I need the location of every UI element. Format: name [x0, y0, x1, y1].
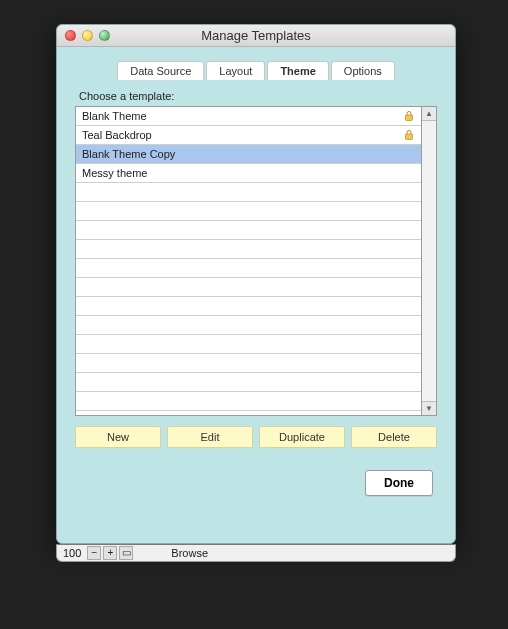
lock-icon: [403, 129, 415, 141]
list-item[interactable]: [76, 335, 421, 354]
zoom-menu-button[interactable]: ▭: [119, 546, 133, 560]
template-name: Teal Backdrop: [82, 126, 152, 145]
tab-options[interactable]: Options: [331, 61, 395, 80]
template-list-container: Blank ThemeTeal BackdropBlank Theme Copy…: [75, 106, 437, 416]
tab-theme[interactable]: Theme: [267, 61, 328, 80]
done-button[interactable]: Done: [365, 470, 433, 496]
scroll-up-button[interactable]: ▲: [422, 107, 436, 121]
list-item[interactable]: [76, 354, 421, 373]
zoom-out-button[interactable]: −: [87, 546, 101, 560]
lock-icon: [403, 110, 415, 122]
delete-button[interactable]: Delete: [351, 426, 437, 448]
window-body: Data Source Layout Theme Options Choose …: [57, 47, 455, 508]
status-bar: 100 − + ▭ Browse: [56, 544, 456, 562]
manage-templates-window: Manage Templates Data Source Layout Them…: [56, 24, 456, 544]
list-item[interactable]: Blank Theme Copy: [76, 145, 421, 164]
list-item[interactable]: [76, 392, 421, 411]
duplicate-button[interactable]: Duplicate: [259, 426, 345, 448]
list-item[interactable]: Messy theme: [76, 164, 421, 183]
list-item[interactable]: Teal Backdrop: [76, 126, 421, 145]
scroll-track[interactable]: [422, 121, 436, 401]
titlebar: Manage Templates: [57, 25, 455, 47]
list-item[interactable]: [76, 297, 421, 316]
template-name: Blank Theme Copy: [82, 145, 175, 164]
scroll-down-button[interactable]: ▼: [422, 401, 436, 415]
zoom-value: 100: [57, 547, 85, 559]
list-item[interactable]: [76, 373, 421, 392]
svg-rect-0: [406, 115, 413, 121]
list-item[interactable]: Blank Theme: [76, 107, 421, 126]
done-row: Done: [75, 470, 437, 496]
zoom-in-button[interactable]: +: [103, 546, 117, 560]
template-name: Blank Theme: [82, 107, 147, 126]
svg-rect-1: [406, 134, 413, 140]
list-item[interactable]: [76, 259, 421, 278]
tab-bar: Data Source Layout Theme Options: [75, 61, 437, 80]
list-item[interactable]: [76, 278, 421, 297]
scrollbar[interactable]: ▲ ▼: [422, 106, 437, 416]
list-item[interactable]: [76, 240, 421, 259]
list-item[interactable]: [76, 221, 421, 240]
mode-label: Browse: [171, 547, 208, 559]
list-item[interactable]: [76, 183, 421, 202]
edit-button[interactable]: Edit: [167, 426, 253, 448]
action-button-row: New Edit Duplicate Delete: [75, 426, 437, 448]
list-item[interactable]: [76, 202, 421, 221]
window-title: Manage Templates: [57, 28, 455, 43]
template-list[interactable]: Blank ThemeTeal BackdropBlank Theme Copy…: [75, 106, 422, 416]
tab-data-source[interactable]: Data Source: [117, 61, 204, 80]
list-item[interactable]: [76, 316, 421, 335]
template-name: Messy theme: [82, 164, 147, 183]
choose-template-label: Choose a template:: [79, 90, 437, 102]
new-button[interactable]: New: [75, 426, 161, 448]
tab-layout[interactable]: Layout: [206, 61, 265, 80]
